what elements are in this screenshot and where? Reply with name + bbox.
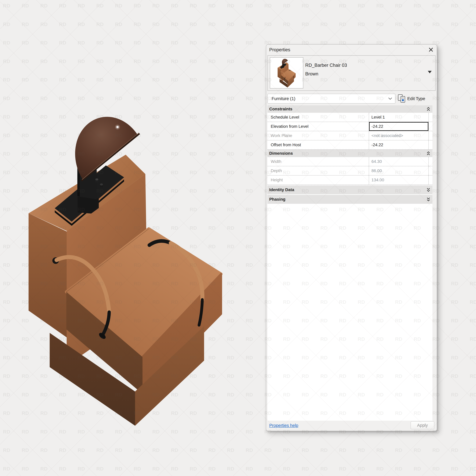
svg-text:RD: RD <box>320 3 328 8</box>
svg-text:RD: RD <box>171 58 178 64</box>
svg-text:RD: RD <box>246 3 253 8</box>
svg-text:RD: RD <box>3 466 10 472</box>
svg-text:RD: RD <box>78 3 85 8</box>
svg-text:RD: RD <box>115 58 122 64</box>
svg-text:RD: RD <box>246 225 253 231</box>
svg-text:RD: RD <box>171 96 178 101</box>
svg-text:RD: RD <box>22 77 29 83</box>
svg-text:RD: RD <box>190 466 197 472</box>
svg-text:RD: RD <box>283 21 290 27</box>
type-thumbnail <box>270 57 303 88</box>
svg-text:RD: RD <box>3 318 10 323</box>
svg-text:RD: RD <box>451 3 458 8</box>
svg-text:RD: RD <box>451 336 458 342</box>
svg-text:RD: RD <box>22 447 29 453</box>
property-value[interactable]: Level 1 <box>369 113 429 122</box>
type-selector[interactable]: RD_Barber Chair 03 Brown <box>268 55 436 91</box>
property-gutter <box>429 113 432 122</box>
svg-text:RD: RD <box>115 429 122 435</box>
svg-text:RD: RD <box>190 3 197 8</box>
svg-text:RD: RD <box>283 447 290 453</box>
svg-text:RD: RD <box>451 207 458 212</box>
section-header-identity-data[interactable]: Identity Data <box>268 185 432 194</box>
property-gutter <box>429 122 432 131</box>
svg-text:RD: RD <box>3 40 10 46</box>
svg-text:RD: RD <box>283 3 290 8</box>
svg-text:RD: RD <box>227 151 234 157</box>
svg-text:RD: RD <box>227 392 234 397</box>
close-button[interactable] <box>428 47 434 53</box>
filter-combobox[interactable]: Furniture (1) <box>268 94 395 103</box>
property-gutter <box>429 140 432 149</box>
svg-text:RD: RD <box>470 207 476 212</box>
svg-text:RD: RD <box>40 58 48 64</box>
svg-text:RD: RD <box>227 447 234 453</box>
svg-text:RD: RD <box>78 466 85 472</box>
svg-text:RD: RD <box>152 447 160 453</box>
svg-text:RD: RD <box>59 21 66 27</box>
svg-text:RD: RD <box>3 96 10 101</box>
svg-text:RD: RD <box>432 447 440 453</box>
svg-text:RD: RD <box>152 58 160 64</box>
property-label: Schedule Level <box>268 113 369 122</box>
svg-text:RD: RD <box>246 207 253 212</box>
svg-text:RD: RD <box>208 466 216 472</box>
svg-text:RD: RD <box>227 244 234 249</box>
svg-text:RD: RD <box>22 466 29 472</box>
svg-text:RD: RD <box>171 429 178 435</box>
svg-text:RD: RD <box>152 96 160 101</box>
svg-text:RD: RD <box>302 466 309 472</box>
type-selector-dropdown-icon[interactable] <box>428 71 432 73</box>
svg-text:RD: RD <box>451 96 458 101</box>
property-gutter <box>429 157 432 166</box>
svg-text:RD: RD <box>470 410 476 416</box>
svg-text:RD: RD <box>40 3 48 8</box>
svg-text:RD: RD <box>470 429 476 435</box>
svg-text:RD: RD <box>451 392 458 397</box>
svg-text:RD: RD <box>470 244 476 249</box>
properties-help-link[interactable]: Properties help <box>269 423 298 428</box>
property-row: Elevation from Level-24.22 <box>268 122 432 131</box>
svg-text:RD: RD <box>40 96 48 101</box>
svg-text:RD: RD <box>40 40 48 46</box>
svg-text:RD: RD <box>283 466 290 472</box>
svg-text:RD: RD <box>414 21 421 27</box>
svg-text:RD: RD <box>227 410 234 416</box>
svg-text:RD: RD <box>451 262 458 268</box>
apply-button[interactable]: Apply <box>410 421 434 429</box>
property-value[interactable]: -24.22 <box>369 122 429 131</box>
svg-text:RD: RD <box>171 466 178 472</box>
property-row: Work Plane<not associated> <box>268 131 432 140</box>
panel-titlebar[interactable]: Properties <box>266 45 437 55</box>
svg-text:RD: RD <box>171 40 178 46</box>
property-value[interactable]: -24.22 <box>369 140 429 149</box>
section-header-constraints[interactable]: Constraints <box>268 105 432 113</box>
property-row: Offset from Host-24.22 <box>268 140 432 150</box>
svg-text:RD: RD <box>3 114 10 119</box>
svg-text:RD: RD <box>190 21 197 27</box>
svg-text:RD: RD <box>376 466 384 472</box>
svg-text:RD: RD <box>96 429 104 435</box>
edit-type-button[interactable]: Edit Type <box>398 94 425 103</box>
svg-text:RD: RD <box>227 262 234 268</box>
svg-text:RD: RD <box>171 447 178 453</box>
section-header-phasing[interactable]: Phasing <box>268 195 432 204</box>
svg-text:RD: RD <box>190 40 197 46</box>
svg-text:RD: RD <box>339 3 346 8</box>
type-name: RD_Barber Chair 03 Brown <box>305 61 347 78</box>
section-header-dimensions[interactable]: Dimensions <box>268 150 432 157</box>
svg-text:RD: RD <box>3 170 10 175</box>
svg-text:RD: RD <box>96 466 104 472</box>
svg-text:RD: RD <box>358 3 365 8</box>
svg-text:RD: RD <box>470 373 476 379</box>
svg-text:RD: RD <box>3 336 10 342</box>
svg-text:RD: RD <box>3 281 10 286</box>
svg-text:RD: RD <box>96 40 104 46</box>
chevron-down-icon <box>388 97 392 100</box>
svg-text:RD: RD <box>470 21 476 27</box>
svg-text:RD: RD <box>3 392 10 397</box>
svg-text:RD: RD <box>3 3 10 8</box>
svg-text:RD: RD <box>134 21 141 27</box>
barber-chair-render[interactable] <box>25 109 225 428</box>
svg-text:RD: RD <box>190 58 197 64</box>
